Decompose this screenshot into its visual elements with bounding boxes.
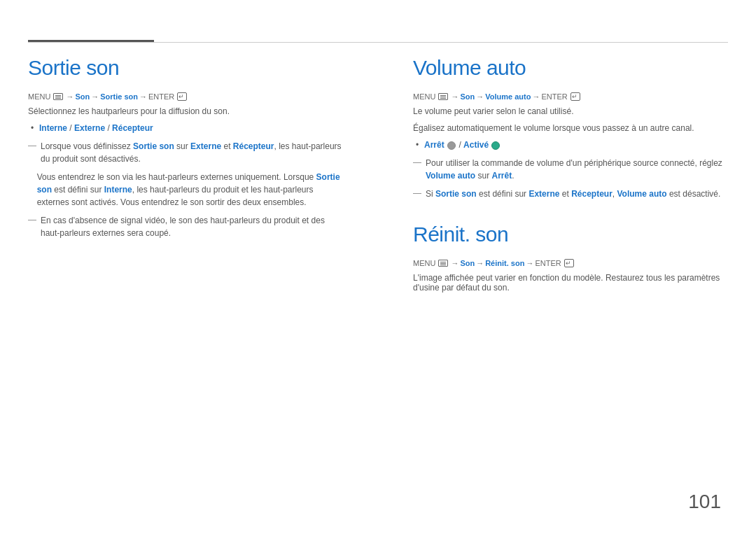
path-reinit-son: Réinit. son [485,259,524,267]
page-number: 101 [688,491,721,513]
enter-icon-r2 [564,259,574,267]
note-text-2: Vous entendrez le son via les haut-parle… [37,171,343,209]
va-note-text-2: Si Sortie son est défini sur Externe et … [426,188,720,200]
enter-icon-r1 [570,92,580,101]
va-note-2: — Si Sortie son est défini sur Externe e… [413,188,728,200]
link-active: Activé [463,140,489,150]
arrow-r2: → [476,92,484,101]
sortie-son-subtitle: Sélectionnez les hautparleurs pour la di… [28,106,343,116]
path-sortie-son: Sortie son [100,92,138,101]
sortie-son-title: Sortie son [28,56,343,80]
menu-icon-r1 [438,93,448,100]
ref-sortie-son-2: Sortie son [37,172,340,195]
volume-auto-title: Volume auto [413,56,728,80]
right-column: Volume auto MENU → Son → Volume auto → E… [399,56,728,506]
bullet-arret-active: Arrêt / Activé [413,140,728,150]
icon-arret [447,141,456,150]
va-note-text-1: Pour utiliser la commande de volume d'un… [426,157,728,182]
ref-recepteur-1: Récepteur [233,141,274,151]
ref-arret-1: Arrêt [491,171,512,181]
ref-volume-auto-2: Volume auto [617,189,666,199]
volume-auto-menu-path: MENU → Son → Volume auto → ENTER [413,92,728,101]
reinit-son-block: Réinit. son MENU → Son → Réinit. son → E… [413,223,728,293]
ref-recepteur-r: Récepteur [571,189,612,199]
path-son-r1: Son [460,92,475,101]
path-volume-auto: Volume auto [485,92,531,101]
dash-1: — [28,141,36,150]
bullet-interne: Interne / Externe / Récepteur [28,123,343,133]
arrow1: → [66,92,74,101]
ref-volume-auto-1: Volume auto [426,171,475,181]
enter-label-1: ENTER [148,92,174,101]
va-dash-1: — [413,157,421,167]
menu-label-left: MENU [28,92,50,101]
va-dash-2: — [413,188,421,198]
reinit-son-title: Réinit. son [413,223,728,246]
link-externe: Externe [74,123,105,133]
path-son-r2: Son [460,259,475,267]
menu-icon-left [53,93,63,100]
dash-2 [28,171,33,181]
arrow2: → [91,92,99,101]
left-column: Sortie son MENU → Son → Sortie son → ENT… [28,56,357,506]
arrow-r6: → [526,259,533,267]
enter-label-r2: ENTER [535,259,561,267]
note-text-3: En cas d'absence de signal vidéo, le son… [41,214,343,239]
top-rule [28,42,728,43]
note-item-3: — En cas d'absence de signal vidéo, le s… [28,214,343,239]
menu-label-r1: MENU [413,92,435,101]
enter-label-r1: ENTER [541,92,567,101]
ref-externe-r: Externe [528,189,559,199]
dash-3: — [28,215,36,225]
volume-auto-notes: — Pour utiliser la commande de volume d'… [413,157,728,200]
reinit-son-menu-path: MENU → Son → Réinit. son → ENTER [413,259,728,267]
arrow-r3: → [532,92,540,101]
sortie-son-bullet-list: Interne / Externe / Récepteur [28,123,343,133]
path-son-1: Son [75,92,90,101]
note-item-1: — Lorsque vous définissez Sortie son sur… [28,140,343,165]
note-item-2: Vous entendrez le son via les haut-parle… [28,171,343,209]
link-interne: Interne [39,123,67,133]
volume-auto-subtitle: Le volume peut varier selon le canal uti… [413,106,728,116]
reinit-son-description: L'image affichée peut varier en fonction… [413,273,728,293]
arrow-r4: → [451,259,458,267]
sortie-son-menu-path: MENU → Son → Sortie son → ENTER [28,92,343,101]
ref-sortie-son-r: Sortie son [435,189,477,199]
va-note-1: — Pour utiliser la commande de volume d'… [413,157,728,182]
note-text-1: Lorsque vous définissez Sortie son sur E… [41,140,343,165]
arrow-r5: → [476,259,484,267]
arrow-r1: → [451,92,458,101]
icon-active [491,141,500,150]
ref-externe-1: Externe [190,141,221,151]
ref-sortie-son-1: Sortie son [133,141,174,151]
sortie-son-notes: — Lorsque vous définissez Sortie son sur… [28,140,343,239]
enter-icon-1 [177,92,187,101]
menu-label-r2: MENU [413,259,435,267]
link-arret: Arrêt [424,140,444,150]
link-recepteur: Récepteur [112,123,153,133]
menu-icon-r2 [438,260,448,267]
ref-interne-1: Interne [104,185,132,195]
arrow3: → [139,92,147,101]
volume-auto-bullet-list: Arrêt / Activé [413,140,728,150]
volume-auto-description: Égalisez automatiquement le volume lorsq… [413,123,728,133]
